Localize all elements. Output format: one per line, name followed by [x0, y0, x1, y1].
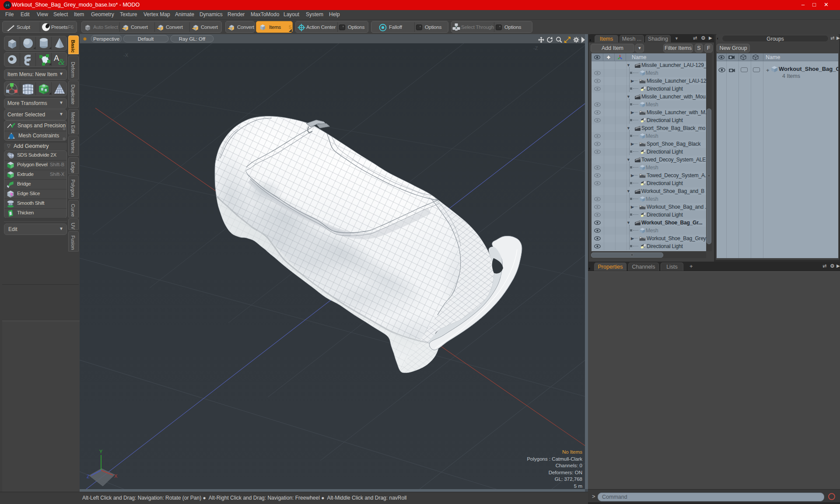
- svg-text:Ray GL: Off: Ray GL: Off: [179, 36, 206, 42]
- svg-text:No Items: No Items: [562, 449, 582, 455]
- svg-text:X: X: [114, 473, 118, 479]
- svg-text:Y: Y: [99, 449, 103, 454]
- svg-text:Default: Default: [138, 36, 154, 42]
- svg-text:&: &: [58, 57, 65, 66]
- svg-text:-Z: -Z: [533, 46, 538, 51]
- svg-text:Z: Z: [87, 474, 90, 479]
- svg-text:-X: -X: [123, 52, 129, 58]
- svg-text:Polygons : Catmull-Clark: Polygons : Catmull-Clark: [527, 456, 582, 462]
- svg-text:GL: 372,768: GL: 372,768: [555, 476, 582, 482]
- svg-text:Channels: 0: Channels: 0: [556, 463, 582, 468]
- svg-text:Deformers: ON: Deformers: ON: [549, 470, 582, 475]
- svg-text:5 m: 5 m: [574, 483, 582, 489]
- svg-text:Perspective: Perspective: [93, 36, 119, 42]
